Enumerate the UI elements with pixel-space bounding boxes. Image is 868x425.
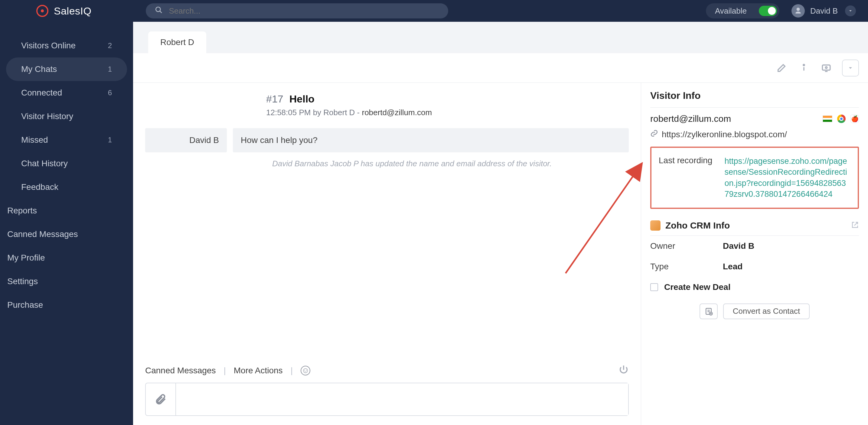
- last-recording-link[interactable]: https://pagesense.zoho.com/pagesense/Ses…: [724, 156, 850, 200]
- chat-meta-time: 12:58:05 PM by Robert D -: [266, 108, 362, 117]
- user-menu-caret[interactable]: [845, 5, 856, 16]
- chat-subject: Hello: [289, 93, 314, 105]
- link-icon: [650, 129, 658, 139]
- visitor-meta-icons: 🍎: [823, 115, 859, 123]
- sidebar-item-label: Reports: [7, 206, 37, 216]
- sidebar-item-visitor-history[interactable]: Visitor History: [6, 105, 127, 128]
- crm-type-value: Lead: [723, 262, 743, 271]
- message-sender: David B: [145, 128, 227, 152]
- end-chat-icon[interactable]: [619, 364, 629, 377]
- message-row: David B How can I help you?: [133, 128, 641, 152]
- search-icon: [155, 6, 163, 16]
- app-name: SalesIQ: [54, 5, 91, 17]
- sidebar-item-missed[interactable]: Missed 1: [6, 128, 127, 152]
- message-input[interactable]: [176, 383, 628, 415]
- sidebar-item-badge: 1: [108, 65, 112, 73]
- sidebar-item-feedback[interactable]: Feedback: [6, 175, 127, 199]
- crm-owner-value: David B: [723, 241, 754, 251]
- sidebar-item-label: Purchase: [7, 300, 43, 310]
- chat-id: #17: [266, 93, 283, 105]
- sidebar-item-reports[interactable]: Reports: [6, 199, 127, 223]
- chat-toolbar: [133, 53, 868, 83]
- tab-label: Robert D: [160, 37, 194, 47]
- sidebar-item-purchase[interactable]: Purchase: [6, 293, 127, 317]
- sidebar-item-my-profile[interactable]: My Profile: [6, 246, 127, 270]
- sidebar-item-label: Connected: [21, 88, 62, 98]
- notes-button[interactable]: [700, 303, 718, 319]
- crm-owner-label: Owner: [650, 241, 723, 251]
- flag-india-icon: [823, 116, 832, 122]
- info-icon[interactable]: [797, 61, 810, 75]
- sidebar-item-visitors-online[interactable]: Visitors Online 2: [6, 34, 127, 58]
- sidebar-item-label: My Chats: [21, 64, 57, 74]
- availability-status[interactable]: Available: [706, 3, 779, 19]
- composer: [145, 383, 629, 416]
- availability-toggle[interactable]: [759, 6, 777, 16]
- search-input[interactable]: [169, 6, 439, 16]
- sidebar-item-label: Settings: [7, 276, 38, 286]
- separator: |: [291, 366, 293, 375]
- more-actions-link[interactable]: More Actions: [234, 366, 283, 375]
- toolbar-dropdown[interactable]: [842, 60, 859, 76]
- screen-share-icon[interactable]: [819, 61, 833, 75]
- chat-header: #17 Hello 12:58:05 PM by Robert D - robe…: [133, 83, 641, 126]
- svg-point-0: [156, 7, 161, 11]
- svg-point-5: [825, 66, 827, 68]
- visitor-email: robertd@zillum.com: [650, 113, 731, 124]
- tabs-row: Robert D: [133, 22, 868, 53]
- visitor-info-title: Visitor Info: [650, 90, 859, 108]
- sidebar-item-label: Feedback: [21, 182, 58, 192]
- content-area: Robert D #17 Hello: [133, 22, 868, 425]
- svg-line-1: [160, 11, 162, 13]
- convert-contact-button[interactable]: Convert as Contact: [723, 303, 810, 319]
- separator: |: [223, 366, 226, 375]
- crm-icon: [650, 220, 660, 231]
- sidebar-item-my-chats[interactable]: My Chats 1: [6, 58, 127, 81]
- sidebar-item-label: Missed: [21, 135, 48, 145]
- chat-meta: 12:58:05 PM by Robert D - robertd@zillum…: [266, 108, 641, 117]
- app-logo[interactable]: SalesIQ: [36, 5, 91, 17]
- composer-area: Canned Messages | More Actions | ☺: [133, 355, 641, 425]
- sidebar-item-settings[interactable]: Settings: [6, 270, 127, 293]
- user-name: David B: [810, 6, 838, 16]
- sidebar-item-badge: 2: [108, 41, 112, 50]
- last-recording-label: Last recording: [659, 156, 712, 200]
- open-external-icon[interactable]: [851, 221, 859, 230]
- sidebar-item-label: Canned Messages: [7, 229, 78, 239]
- message-text: How can I help you?: [233, 128, 629, 152]
- salesiq-logo-icon: [36, 5, 49, 17]
- last-recording-box: Last recording https://pagesense.zoho.co…: [650, 146, 859, 209]
- crm-type-row: Type Lead: [650, 256, 859, 277]
- crm-type-label: Type: [650, 262, 723, 271]
- sidebar-item-connected[interactable]: Connected 6: [6, 81, 127, 105]
- create-deal-label: Create New Deal: [664, 282, 731, 292]
- tab-visitor[interactable]: Robert D: [148, 31, 206, 53]
- sidebar-item-badge: 6: [108, 89, 112, 97]
- convert-contact-label: Convert as Contact: [733, 306, 800, 316]
- attach-button[interactable]: [146, 383, 176, 415]
- sidebar-item-label: Visitor History: [21, 111, 73, 121]
- sidebar-item-canned-messages[interactable]: Canned Messages: [6, 223, 127, 246]
- system-note: David Barnabas Jacob P has updated the n…: [272, 159, 641, 168]
- chat-meta-email: robertd@zillum.com: [362, 108, 432, 117]
- crm-actions: Convert as Contact: [650, 297, 859, 319]
- search-bar[interactable]: [146, 3, 448, 19]
- status-label: Available: [715, 6, 747, 16]
- svg-rect-4: [822, 65, 830, 70]
- sidebar-item-chat-history[interactable]: Chat History: [6, 152, 127, 175]
- composer-links: Canned Messages | More Actions | ☺: [145, 361, 629, 383]
- sidebar-item-label: Visitors Online: [21, 41, 75, 51]
- emoji-icon[interactable]: ☺: [301, 366, 310, 375]
- avatar-icon: [792, 4, 805, 18]
- visitor-info-panel: Visitor Info robertd@zillum.com 🍎 https:…: [641, 83, 868, 425]
- canned-messages-link[interactable]: Canned Messages: [145, 366, 216, 375]
- create-deal-row[interactable]: Create New Deal: [650, 277, 859, 297]
- user-menu[interactable]: David B: [792, 4, 856, 18]
- crm-title: Zoho CRM Info: [665, 220, 730, 231]
- visitor-url[interactable]: https://zylkeronline.blogspot.com/: [662, 130, 787, 139]
- checkbox-icon[interactable]: [650, 283, 658, 291]
- sidebar-item-label: My Profile: [7, 253, 45, 263]
- svg-point-3: [803, 64, 805, 65]
- sidebar-item-label: Chat History: [21, 159, 68, 168]
- edit-icon[interactable]: [775, 61, 788, 75]
